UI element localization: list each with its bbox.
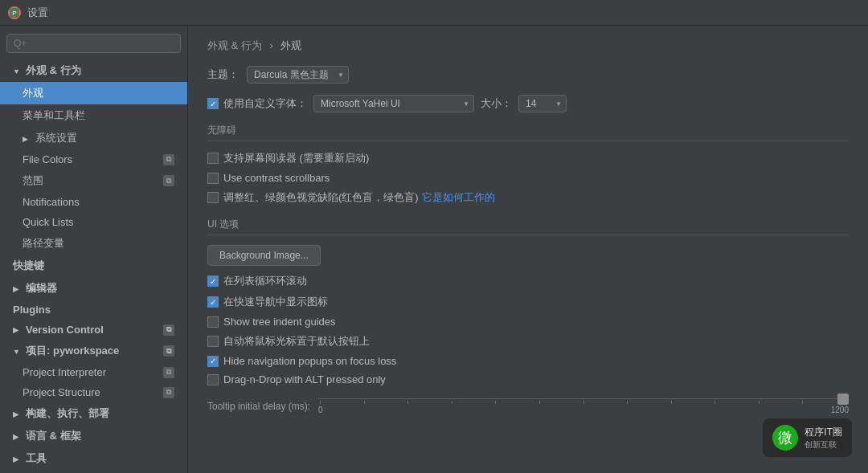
sidebar-item-path-variables[interactable]: 路径变量 [0, 232, 187, 255]
group-label: 外观 & 行为 [26, 63, 81, 78]
show-icons-checkbox[interactable] [207, 296, 219, 308]
search-input[interactable] [6, 34, 181, 53]
sidebar-item-shortcuts[interactable]: 快捷键 [0, 255, 187, 277]
copy-icon: ⧉ [163, 345, 174, 357]
show-icons-item[interactable]: 在快速导航中显示图标 [207, 295, 849, 309]
expand-arrow [13, 325, 23, 334]
copy-icon: ⧉ [163, 387, 174, 398]
item-label: 外观 [23, 86, 43, 100]
watermark-line1: 程序IT圈 [805, 426, 842, 439]
theme-row: 主题： Darcula 黑色主题 IntelliJ Windows [207, 66, 849, 84]
hide-nav-popups-checkbox[interactable] [207, 356, 219, 367]
sidebar-item-system-settings[interactable]: 系统设置 [0, 127, 187, 149]
sidebar-group-project[interactable]: 项目: pyworkspace ⧉ [0, 340, 187, 362]
custom-font-checkbox[interactable] [207, 98, 219, 109]
item-label: 系统设置 [35, 131, 77, 145]
group-label: 工具 [26, 451, 47, 466]
screen-reader-label: 支持屏幕阅读器 (需要重新启动) [223, 151, 369, 165]
sidebar-item-notifications[interactable]: Notifications [0, 192, 187, 212]
font-select-wrapper: Microsoft YaHei UI Arial Consolas [313, 95, 474, 112]
expand-arrow [13, 455, 23, 463]
sidebar-item-project-structure[interactable]: Project Structure ⧉ [0, 382, 187, 402]
tree-indent-checkbox[interactable] [207, 316, 219, 328]
sidebar-item-plugins[interactable]: Plugins [0, 300, 187, 320]
tooltip-delay-row: Tooltip initial delay (ms): 0 1200 [207, 398, 849, 414]
tree-indent-item[interactable]: Show tree indent guides [207, 316, 849, 328]
color-blindness-checkbox[interactable] [207, 192, 219, 203]
sidebar-item-scope[interactable]: 范围 ⧉ [0, 169, 187, 192]
watermark: 微 程序IT圈 创新互联 [763, 418, 852, 457]
sidebar-item-menu-toolbar[interactable]: 菜单和工具栏 [0, 104, 187, 127]
contrast-scrollbars-label: Use contrast scrollbars [223, 172, 330, 184]
scroll-list-checkbox[interactable] [207, 275, 219, 287]
size-select-wrapper: 12 13 14 15 16 [518, 95, 567, 112]
tooltip-delay-label: Tooltip initial delay (ms): [207, 401, 310, 412]
slider-track: 0 1200 [318, 398, 849, 414]
expand-arrow [13, 410, 23, 418]
watermark-line2: 创新互联 [805, 439, 842, 451]
sidebar: 外观 & 行为 外观 菜单和工具栏 系统设置 File Colors ⧉ 范围 … [0, 26, 188, 473]
item-label: Plugins [13, 304, 51, 316]
group-label: 项目: pyworkspace [26, 344, 119, 358]
item-label: Project Structure [23, 386, 100, 398]
show-icons-label: 在快速导航中显示图标 [223, 295, 328, 309]
auto-default-btn-label: 自动将鼠标光标置于默认按钮上 [223, 334, 370, 349]
expand-arrow [13, 347, 23, 356]
auto-default-btn-checkbox[interactable] [207, 336, 219, 347]
screen-reader-checkbox[interactable] [207, 153, 219, 164]
scroll-list-label: 在列表循环环滚动 [223, 274, 307, 288]
breadcrumb: 外观 & 行为 › 外观 [207, 39, 849, 53]
sidebar-item-project-interpreter[interactable]: Project Interpreter ⧉ [0, 362, 187, 382]
sidebar-group-appearance-behavior[interactable]: 外观 & 行为 [0, 59, 187, 82]
size-label: 大小： [481, 96, 512, 111]
expand-arrow [23, 134, 32, 143]
copy-icon: ⧉ [163, 367, 174, 378]
copy-icon: ⧉ [163, 175, 174, 186]
group-label: Version Control [26, 324, 104, 336]
sidebar-group-version-control[interactable]: Version Control ⧉ [0, 320, 187, 340]
font-select[interactable]: Microsoft YaHei UI Arial Consolas [313, 95, 474, 112]
sidebar-item-appearance[interactable]: 外观 [0, 82, 187, 104]
drag-drop-alt-checkbox[interactable] [207, 374, 219, 385]
sidebar-group-tools[interactable]: 工具 [0, 447, 187, 470]
item-label: 路径变量 [23, 236, 64, 251]
group-label: 语言 & 框架 [26, 429, 81, 443]
contrast-scrollbars-item[interactable]: Use contrast scrollbars [207, 172, 849, 184]
copy-icon: ⧉ [163, 154, 174, 165]
item-label: 快捷键 [13, 259, 44, 273]
expand-arrow [13, 284, 23, 293]
custom-font-checkbox-wrap[interactable]: 使用自定义字体： [207, 96, 313, 111]
contrast-scrollbars-checkbox[interactable] [207, 173, 219, 184]
watermark-text: 程序IT圈 创新互联 [805, 426, 842, 451]
group-label: 编辑器 [26, 281, 57, 296]
main-content: 外观 & 行为 外观 菜单和工具栏 系统设置 File Colors ⧉ 范围 … [0, 26, 868, 473]
theme-select[interactable]: Darcula 黑色主题 IntelliJ Windows [247, 66, 349, 84]
slider-thumb[interactable] [837, 393, 849, 405]
item-label: 菜单和工具栏 [23, 108, 85, 123]
screen-reader-item[interactable]: 支持屏幕阅读器 (需要重新启动) [207, 151, 849, 165]
accessibility-title: 无障碍 [207, 124, 849, 141]
breadcrumb-parent: 外观 & 行为 [207, 39, 262, 51]
item-label: Notifications [23, 196, 80, 208]
background-image-button[interactable]: Background Image... [207, 245, 321, 266]
expand-arrow [13, 67, 23, 75]
title-bar: P 设置 [0, 0, 868, 26]
how-it-works-link[interactable]: 它是如何工作的 [422, 190, 495, 205]
sidebar-group-build[interactable]: 构建、执行、部署 [0, 402, 187, 425]
sidebar-item-file-colors[interactable]: File Colors ⧉ [0, 149, 187, 169]
scroll-list-item[interactable]: 在列表循环环滚动 [207, 274, 849, 288]
size-select[interactable]: 12 13 14 15 16 [518, 95, 567, 112]
theme-select-wrapper: Darcula 黑色主题 IntelliJ Windows [247, 66, 349, 84]
sidebar-group-lang[interactable]: 语言 & 框架 [0, 425, 187, 447]
drag-drop-alt-item[interactable]: Drag-n-Drop with ALT pressed only [207, 373, 849, 385]
color-blindness-item[interactable]: 调整红、绿颜色视觉缺陷(红色盲，绿色盲) 它是如何工作的 [207, 190, 849, 205]
expand-arrow [13, 432, 23, 441]
slider-line [318, 398, 849, 399]
sidebar-group-editor[interactable]: 编辑器 [0, 277, 187, 300]
auto-default-btn-item[interactable]: 自动将鼠标光标置于默认按钮上 [207, 334, 849, 349]
hide-nav-popups-item[interactable]: Hide navigation popups on focus loss [207, 355, 849, 367]
custom-font-label: 使用自定义字体： [223, 96, 307, 111]
sidebar-item-quick-lists[interactable]: Quick Lists [0, 212, 187, 232]
item-label: Project Interpreter [23, 366, 106, 378]
right-panel: 外观 & 行为 › 外观 主题： Darcula 黑色主题 IntelliJ W… [188, 26, 868, 473]
